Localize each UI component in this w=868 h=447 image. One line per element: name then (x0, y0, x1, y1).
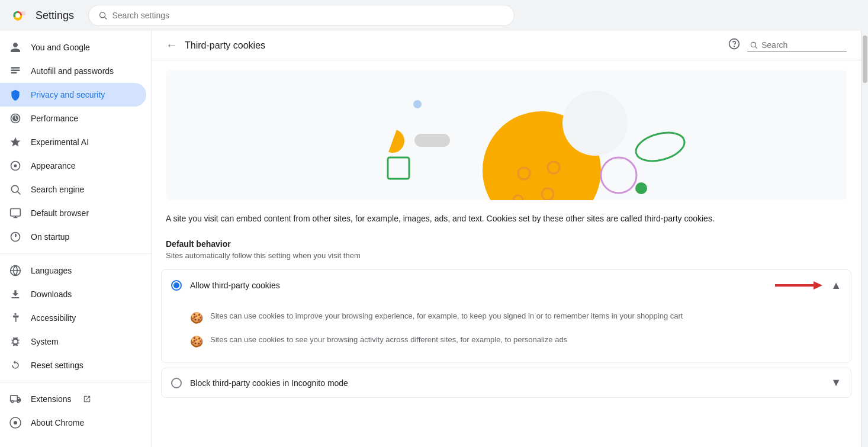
svg-line-21 (756, 47, 757, 49)
sidebar-item-about-chrome[interactable]: About Chrome (0, 411, 146, 435)
sidebar-item-you-google[interactable]: You and Google (0, 36, 146, 59)
svg-line-3 (105, 17, 107, 20)
svg-rect-5 (11, 70, 20, 72)
red-arrow (769, 278, 822, 292)
person-icon (9, 41, 21, 53)
section-heading: Default behavior (152, 234, 861, 251)
bullet-item-1: 🍪 Sites can use cookies to improve your … (190, 305, 841, 329)
sidebar-label: Extensions (31, 394, 71, 404)
sidebar-item-reset[interactable]: Reset settings (0, 353, 146, 377)
svg-point-2 (100, 12, 105, 18)
sidebar: You and Google Autofill and passwords Pr… (0, 31, 152, 447)
page-title: Third-party cookies (185, 40, 721, 51)
sidebar-label: Downloads (31, 290, 72, 299)
bullet-text-1: Sites can use cookies to improve your br… (210, 310, 683, 322)
sidebar-divider-2 (0, 382, 151, 382)
svg-point-31 (601, 157, 636, 193)
sidebar-item-accessibility[interactable]: Accessibility (0, 306, 146, 330)
svg-marker-7 (11, 137, 21, 147)
external-link-icon (83, 395, 91, 403)
cookie-icon-1: 🍪 (190, 311, 203, 324)
sidebar-label: Languages (31, 266, 72, 275)
sidebar-label: Reset settings (31, 361, 83, 370)
autofill-icon (9, 65, 21, 77)
sidebar-label: Autofill and passwords (31, 66, 114, 76)
sidebar-label: On startup (31, 232, 69, 242)
sidebar-item-autofill[interactable]: Autofill and passwords (0, 59, 146, 83)
sidebar-label: Performance (31, 114, 78, 123)
radio-selected-indicator (171, 280, 182, 291)
svg-marker-37 (814, 281, 822, 290)
svg-rect-22 (414, 134, 450, 147)
chrome-icon (9, 417, 21, 429)
sidebar-item-privacy[interactable]: Privacy and security (0, 83, 146, 107)
svg-point-17 (14, 421, 17, 425)
radio-allow-expanded: 🍪 Sites can use cookies to improve your … (162, 301, 851, 362)
scrollbar[interactable] (861, 31, 868, 447)
sidebar-item-default-browser[interactable]: Default browser (0, 201, 146, 225)
search-engine-icon (9, 184, 21, 195)
sidebar-label: Default browser (31, 208, 89, 218)
radio-option-allow-header[interactable]: Allow third-party cookies ▲ (162, 270, 851, 301)
downloads-icon (9, 288, 21, 300)
svg-rect-14 (11, 297, 19, 298)
accessibility-icon (9, 312, 21, 324)
radio-allow-label: Allow third-party cookies (190, 281, 761, 290)
global-search-bar[interactable] (88, 5, 515, 26)
svg-point-23 (413, 100, 422, 108)
radio-option-allow[interactable]: Allow third-party cookies ▲ 🍪 Sites can … (161, 269, 851, 363)
global-search-input[interactable] (112, 11, 505, 20)
appearance-icon (9, 160, 21, 172)
sidebar-item-languages[interactable]: Languages (0, 259, 146, 282)
description-text: A site you visit can embed content from … (152, 200, 861, 234)
header-right (728, 38, 847, 53)
svg-point-20 (751, 42, 756, 47)
svg-point-32 (635, 182, 647, 194)
svg-point-8 (14, 165, 17, 168)
radio-empty-indicator (171, 378, 182, 388)
page-search-bar[interactable] (747, 39, 847, 52)
sidebar-divider (0, 253, 151, 254)
ai-icon (9, 136, 21, 148)
reset-icon (9, 359, 21, 371)
system-icon (9, 336, 21, 348)
shield-icon (9, 89, 21, 101)
sidebar-label: About Chrome (31, 418, 84, 427)
sidebar-item-system[interactable]: System (0, 330, 146, 353)
svg-point-26 (562, 91, 628, 156)
svg-point-1 (15, 13, 20, 18)
cookie-icon-2: 🍪 (190, 335, 203, 348)
sidebar-label: You and Google (31, 43, 90, 52)
sidebar-item-search-engine[interactable]: Search engine (0, 178, 146, 201)
search-icon (98, 11, 107, 20)
svg-point-15 (14, 313, 16, 315)
chevron-up-icon: ▲ (831, 279, 841, 292)
sidebar-item-downloads[interactable]: Downloads (0, 282, 146, 306)
browser-icon (9, 207, 21, 219)
startup-icon (9, 231, 21, 243)
sidebar-item-performance[interactable]: Performance (0, 107, 146, 130)
back-button[interactable]: ← (166, 38, 178, 52)
svg-point-19 (734, 46, 735, 47)
radio-option-block-incognito[interactable]: Block third-party cookies in Incognito m… (161, 368, 851, 398)
sidebar-item-appearance[interactable]: Appearance (0, 154, 146, 178)
performance-icon (9, 112, 21, 124)
sidebar-item-experimental-ai[interactable]: Experimental AI (0, 130, 146, 154)
page-search-icon (750, 41, 758, 49)
sidebar-item-on-startup[interactable]: On startup (0, 225, 146, 249)
svg-point-9 (11, 185, 18, 192)
bullet-item-2: 🍪 Sites can use cookies to see your brow… (190, 329, 841, 353)
radio-option-block-incognito-header[interactable]: Block third-party cookies in Incognito m… (162, 368, 851, 397)
svg-point-33 (633, 128, 688, 166)
radio-block-incognito-label: Block third-party cookies in Incognito m… (190, 378, 822, 388)
cookie-illustration (166, 70, 847, 200)
sidebar-label: Accessibility (31, 313, 76, 323)
sidebar-item-extensions[interactable]: Extensions (0, 387, 146, 411)
chevron-down-icon: ▼ (831, 377, 841, 389)
sidebar-label: System (31, 337, 59, 346)
page-search-input[interactable] (761, 40, 844, 50)
svg-line-10 (18, 192, 21, 195)
languages-icon (9, 265, 21, 276)
svg-rect-6 (11, 72, 17, 74)
help-icon[interactable] (728, 38, 740, 53)
